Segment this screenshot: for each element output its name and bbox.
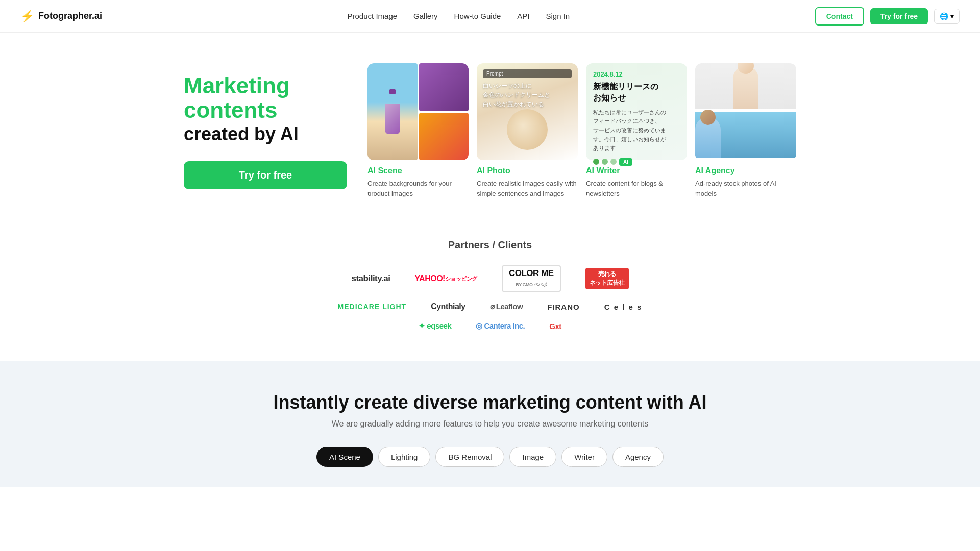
ai-badge: AI bbox=[619, 158, 632, 166]
tab-bg-removal[interactable]: BG Removal bbox=[435, 447, 504, 467]
partner-cynthialy: Cynthialy bbox=[431, 302, 465, 311]
logo[interactable]: ⚡ Fotographer.ai bbox=[20, 10, 102, 23]
partners-row-1: stability.ai YAHOO!ショッピング COLOR MEBY GMO… bbox=[51, 265, 929, 292]
partner-stability: stability.ai bbox=[351, 273, 390, 284]
scene-drink-img bbox=[419, 113, 469, 161]
contact-button[interactable]: Contact bbox=[815, 7, 864, 26]
badge-dot-2 bbox=[602, 159, 608, 165]
ai-scene-label: AI Scene bbox=[368, 166, 469, 176]
partner-colorme: COLOR MEBY GMO ペパボ bbox=[502, 265, 561, 292]
partner-cantera: ◎ Cantera Inc. bbox=[476, 321, 525, 331]
hero-title-green: Marketing contents bbox=[184, 73, 347, 123]
partners-row-3: ✦ eqseek ◎ Cantera Inc. Gxt bbox=[51, 321, 929, 331]
ai-writer-label: AI Writer bbox=[586, 166, 687, 176]
globe-icon: 🌐 bbox=[940, 12, 948, 20]
agency-woman-img bbox=[695, 63, 796, 109]
partner-gxt: Gxt bbox=[549, 322, 561, 331]
bottom-title: Instantly create diverse marketing conte… bbox=[51, 392, 929, 413]
ai-photo-label: AI Photo bbox=[477, 166, 578, 176]
navbar: ⚡ Fotographer.ai Product Image Gallery H… bbox=[0, 0, 980, 33]
photo-prompt-text: 白いシーツの上に金色のハンドクリームと白い花が置かれている bbox=[483, 81, 572, 109]
ai-agency-desc: Ad-ready stock photos of AI models bbox=[695, 179, 796, 198]
nav-try-free-button[interactable]: Try for free bbox=[870, 8, 928, 24]
partner-sold: 売れるネット広告社 bbox=[585, 268, 629, 289]
tab-image[interactable]: Image bbox=[509, 447, 556, 467]
nav-actions: Contact Try for free 🌐 ▾ bbox=[815, 7, 960, 26]
badge-dot-3 bbox=[610, 159, 617, 165]
tab-lighting[interactable]: Lighting bbox=[378, 447, 431, 467]
partner-medicare: MEDICARE LIGHT bbox=[338, 303, 407, 311]
hero-left: Marketing contents created by AI Try for… bbox=[184, 63, 347, 189]
writer-date: 2024.8.12 bbox=[593, 70, 680, 78]
scene-card-image bbox=[368, 63, 469, 160]
ai-scene-card: AI Scene Create backgrounds for your pro… bbox=[368, 63, 469, 198]
partner-leaflow: ⌀ Leaflow bbox=[490, 302, 523, 311]
nav-links: Product Image Gallery How-to Guide API S… bbox=[348, 12, 570, 20]
photo-prompt-badge: Prompt bbox=[483, 69, 572, 78]
partner-firano: FIRANO bbox=[547, 303, 580, 311]
nav-how-to-guide[interactable]: How-to Guide bbox=[454, 12, 501, 20]
ai-agency-card: AI Agency Ad-ready stock photos of AI mo… bbox=[695, 63, 796, 198]
logo-icon: ⚡ bbox=[20, 10, 34, 23]
scene-beach-img bbox=[368, 63, 418, 160]
hero-section: Marketing contents created by AI Try for… bbox=[0, 33, 980, 219]
partner-yahoo: YAHOO!ショッピング bbox=[414, 274, 477, 283]
bottom-subtitle: We are gradually adding more features to… bbox=[51, 419, 929, 429]
nav-product-image[interactable]: Product Image bbox=[348, 12, 398, 20]
nav-gallery[interactable]: Gallery bbox=[413, 12, 438, 20]
beach-perfume-illustration bbox=[368, 63, 418, 160]
partners-row-2: MEDICARE LIGHT Cynthialy ⌀ Leaflow FIRAN… bbox=[51, 302, 929, 311]
language-selector[interactable]: 🌐 ▾ bbox=[934, 9, 960, 24]
lang-chevron-icon: ▾ bbox=[950, 12, 954, 20]
tab-bar: AI Scene Lighting BG Removal Image Write… bbox=[51, 447, 929, 467]
partners-title: Partners / Clients bbox=[51, 239, 929, 251]
bottom-section: Instantly create diverse marketing conte… bbox=[0, 361, 980, 487]
badge-dot-1 bbox=[593, 159, 599, 165]
ai-photo-desc: Create realistic images easily with simp… bbox=[477, 179, 578, 198]
nav-sign-in[interactable]: Sign In bbox=[546, 12, 570, 20]
ai-agency-label: AI Agency bbox=[695, 166, 796, 176]
ai-writer-desc: Create content for blogs & newsletters bbox=[586, 179, 687, 198]
perfume-bottle bbox=[385, 104, 400, 134]
tab-ai-scene[interactable]: AI Scene bbox=[316, 447, 373, 467]
partner-celes: C e l e s bbox=[604, 303, 643, 311]
writer-badges: AI bbox=[593, 158, 680, 166]
partners-section: Partners / Clients stability.ai YAHOO!ショ… bbox=[0, 219, 980, 361]
hero-title-black: created by AI bbox=[184, 123, 347, 145]
ai-scene-desc: Create backgrounds for your product imag… bbox=[368, 179, 469, 198]
writer-body: 私たちは常にユーザーさんのフィードバックに基づき、サービスの改善に努めています。… bbox=[593, 108, 680, 153]
logo-text: Fotographer.ai bbox=[38, 11, 102, 21]
ai-writer-card: 2024.8.12 新機能リリースのお知らせ 私たちは常にユーザーさんのフィード… bbox=[586, 63, 687, 198]
hero-cards: AI Scene Create backgrounds for your pro… bbox=[368, 63, 796, 198]
partner-eqseek: ✦ eqseek bbox=[419, 321, 451, 331]
tab-writer[interactable]: Writer bbox=[561, 447, 607, 467]
tab-agency[interactable]: Agency bbox=[612, 447, 664, 467]
perfume-top bbox=[389, 89, 396, 94]
scene-headphones-img bbox=[419, 63, 469, 111]
hero-try-free-button[interactable]: Try for free bbox=[184, 161, 347, 189]
writer-title: 新機能リリースのお知らせ bbox=[593, 81, 680, 104]
nav-api[interactable]: API bbox=[517, 12, 529, 20]
photo-card-image: Prompt 白いシーツの上に金色のハンドクリームと白い花が置かれている bbox=[477, 63, 578, 160]
ai-photo-card: Prompt 白いシーツの上に金色のハンドクリームと白い花が置かれている AI … bbox=[477, 63, 578, 198]
agency-man-img bbox=[695, 112, 796, 158]
agency-card-image bbox=[695, 63, 796, 160]
writer-card-image: 2024.8.12 新機能リリースのお知らせ 私たちは常にユーザーさんのフィード… bbox=[586, 63, 687, 160]
